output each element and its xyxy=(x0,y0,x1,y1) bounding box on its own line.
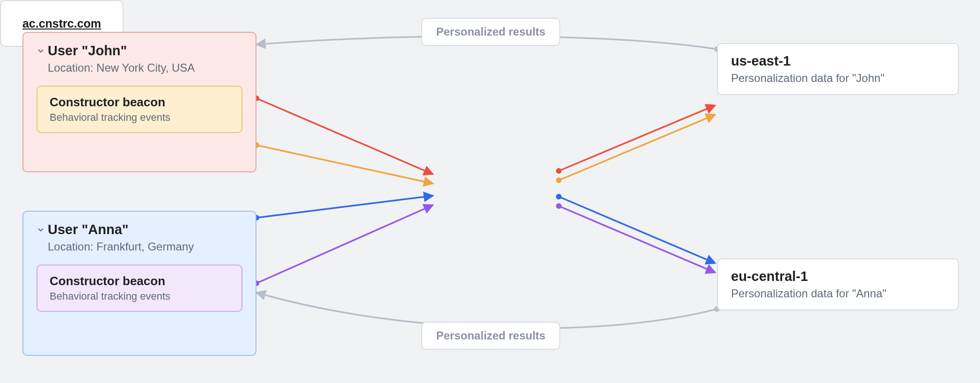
region-title: eu-central-1 xyxy=(731,269,945,284)
user-location: Location: Frankfurt, Germany xyxy=(48,240,242,253)
beacon-title: Constructor beacon xyxy=(50,274,229,288)
beacon-subtitle: Behavioral tracking events xyxy=(50,111,229,124)
region-title: us-east-1 xyxy=(731,53,945,69)
user-location: Location: New York City, USA xyxy=(48,61,242,74)
user-title: User "John" xyxy=(48,43,127,59)
edge-label-bottom: Personalized results xyxy=(421,322,560,350)
svg-point-6 xyxy=(556,168,562,174)
edge-label-text: Personalized results xyxy=(436,25,545,38)
central-service-label[interactable]: ac.cnstrc.com xyxy=(22,17,101,30)
beacon-title: Constructor beacon xyxy=(50,95,229,110)
region-subtitle: Personalization data for "John" xyxy=(731,72,945,85)
user-node-anna: User "Anna" Location: Frankfurt, Germany… xyxy=(22,211,256,356)
beacon-node-john: Constructor beacon Behavioral tracking e… xyxy=(37,86,242,133)
user-node-john: User "John" Location: New York City, USA… xyxy=(22,32,256,172)
svg-point-7 xyxy=(556,177,562,183)
chevron-down-icon[interactable] xyxy=(37,226,45,234)
region-node-us: us-east-1 Personalization data for "John… xyxy=(717,43,959,95)
chevron-down-icon[interactable] xyxy=(37,47,45,55)
beacon-subtitle: Behavioral tracking events xyxy=(50,290,229,302)
user-title: User "Anna" xyxy=(48,222,129,237)
edge-label-text: Personalized results xyxy=(436,329,545,342)
svg-point-9 xyxy=(556,203,562,209)
region-subtitle: Personalization data for "Anna" xyxy=(731,287,945,300)
edge-label-top: Personalized results xyxy=(421,18,560,46)
region-node-eu: eu-central-1 Personalization data for "A… xyxy=(717,258,959,310)
svg-point-8 xyxy=(556,194,562,199)
beacon-node-anna: Constructor beacon Behavioral tracking e… xyxy=(37,265,242,312)
